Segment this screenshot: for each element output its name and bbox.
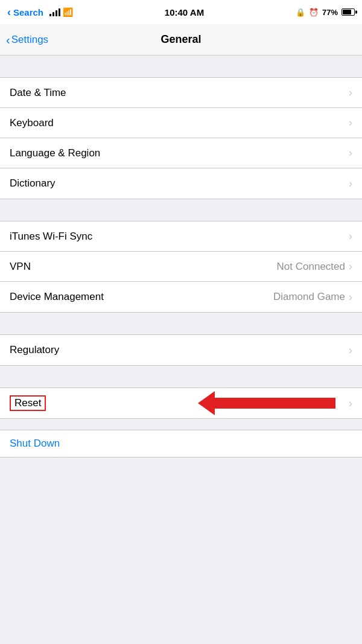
back-chevron-icon: ‹ [7,6,11,19]
chevron-right-icon: › [349,116,352,129]
list-item-reset[interactable]: Reset › [0,388,362,418]
battery-fill [343,10,351,14]
status-bar: ‹ Search 📶 10:40 AM 🔒 ⏰ 77% [0,0,362,24]
section-separator-2 [0,199,362,221]
vpn-right: Not Connected › [277,260,352,273]
list-group-3: Regulatory › [0,334,362,366]
arrow-body [215,398,335,409]
itunes-wifi-sync-label: iTunes Wi-Fi Sync [10,231,92,243]
dictionary-right: › [349,177,352,190]
chevron-right-icon: › [349,177,352,190]
back-label: Settings [11,34,48,46]
chevron-right-icon: › [349,86,352,99]
section-separator-5 [0,419,362,430]
back-chevron-icon: ‹ [6,34,10,46]
list-item-dictionary[interactable]: Dictionary › [0,168,362,199]
regulatory-right: › [349,344,352,357]
wifi-icon: 📶 [63,7,73,17]
reset-label: Reset [10,395,46,411]
shut-down-section: Shut Down [0,430,362,457]
chevron-right-icon: › [349,344,352,357]
nav-bar: ‹ Settings General [0,24,362,56]
list-group-reset: Reset › [0,387,362,419]
date-time-label: Date & Time [10,87,66,99]
lock-icon: 🔒 [296,8,305,17]
section-separator-3 [0,313,362,334]
arrow-annotation [215,398,335,409]
battery-percent: 77% [322,8,338,17]
vpn-label: VPN [10,261,31,273]
list-item-date-time[interactable]: Date & Time › [0,78,362,108]
list-item-vpn[interactable]: VPN Not Connected › [0,252,362,282]
chevron-right-icon: › [349,397,352,410]
list-group-1: Date & Time › Keyboard › Language & Regi… [0,77,362,199]
vpn-value: Not Connected [277,261,345,273]
alarm-icon: ⏰ [309,8,319,17]
itunes-wifi-sync-right: › [349,230,352,243]
list-group-2: iTunes Wi-Fi Sync › VPN Not Connected › … [0,221,362,313]
keyboard-right: › [349,116,352,129]
status-right: 🔒 ⏰ 77% [296,8,355,17]
list-item-keyboard[interactable]: Keyboard › [0,108,362,138]
arrow-head [198,391,215,415]
keyboard-label: Keyboard [10,117,54,129]
list-item-language-region[interactable]: Language & Region › [0,138,362,168]
status-search-label: Search [13,7,43,18]
list-item-regulatory[interactable]: Regulatory › [0,335,362,365]
status-left: ‹ Search 📶 [7,6,73,19]
chevron-right-icon: › [349,291,352,304]
device-management-value: Diamond Game [273,291,345,303]
chevron-right-icon: › [349,147,352,159]
language-region-label: Language & Region [10,147,100,159]
shut-down-button[interactable]: Shut Down [10,438,60,449]
dictionary-label: Dictionary [10,177,56,190]
reset-right: › [349,397,352,410]
signal-icon [49,8,60,16]
chevron-right-icon: › [349,260,352,273]
reset-label-box: Reset [10,395,46,411]
chevron-right-icon: › [349,230,352,243]
date-time-right: › [349,86,352,99]
device-management-label: Device Management [10,291,104,303]
battery-icon [341,8,355,16]
regulatory-label: Regulatory [10,344,59,356]
device-management-right: Diamond Game › [273,291,352,304]
language-region-right: › [349,147,352,159]
list-item-device-management[interactable]: Device Management Diamond Game › [0,282,362,312]
page-title: General [160,33,201,46]
list-item-itunes-wifi-sync[interactable]: iTunes Wi-Fi Sync › [0,222,362,252]
section-separator-4 [0,366,362,387]
back-button[interactable]: ‹ Settings [6,34,48,46]
section-separator-1 [0,56,362,77]
status-time: 10:40 AM [165,7,204,18]
bottom-space [0,457,362,494]
